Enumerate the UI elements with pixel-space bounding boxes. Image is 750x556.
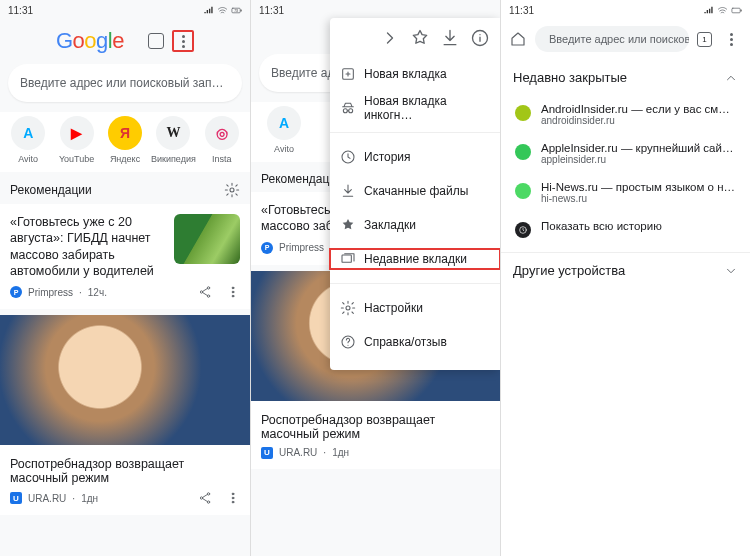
status-time: 11:31 bbox=[259, 5, 284, 16]
pane-recent-tabs: 11:31 Введите адрес или поисков 1 Недавн… bbox=[500, 0, 750, 556]
plus-square-icon bbox=[340, 66, 356, 82]
article-title: Роспотребнадзор возвращает масочный режи… bbox=[10, 457, 240, 485]
svg-rect-1 bbox=[241, 9, 242, 11]
svg-point-11 bbox=[232, 291, 234, 293]
overflow-menu-button[interactable] bbox=[720, 28, 742, 50]
source-icon: P bbox=[10, 286, 22, 298]
svg-rect-33 bbox=[732, 8, 740, 13]
article-title: «Готовьтесь уже с 20 августа»: ГИБДД нач… bbox=[10, 214, 166, 279]
info-button[interactable] bbox=[470, 28, 490, 48]
recent-tab-item[interactable]: AndroidInsider.ru — если у вас смартфо…a… bbox=[501, 95, 750, 134]
gear-icon bbox=[340, 300, 356, 316]
section-other-devices[interactable]: Другие устройства bbox=[501, 252, 750, 288]
search-input[interactable]: Введите адрес или поисковый зап… bbox=[8, 64, 242, 102]
source-icon: U bbox=[10, 492, 22, 504]
status-time: 11:31 bbox=[8, 5, 33, 16]
svg-point-12 bbox=[232, 295, 234, 297]
recent-tab-item[interactable]: AppleInsider.ru — крупнейший сайт о iP…a… bbox=[501, 134, 750, 173]
shortcut-avito[interactable]: AAvito bbox=[261, 106, 307, 154]
recent-tabs-icon bbox=[340, 251, 356, 267]
shortcut-wikipedia[interactable]: WВикипедия bbox=[149, 116, 197, 164]
shortcut-insta[interactable]: ◎Insta bbox=[198, 116, 246, 164]
recent-tab-item[interactable]: Hi-News.ru — простым языком о науке, …hi… bbox=[501, 173, 750, 212]
menu-help[interactable]: Справка/отзыв bbox=[330, 332, 500, 352]
svg-text:73: 73 bbox=[234, 8, 238, 12]
wifi-icon bbox=[217, 5, 228, 16]
menu-history[interactable]: История bbox=[330, 147, 500, 167]
show-full-history[interactable]: Показать всю историю bbox=[501, 212, 750, 246]
svg-rect-34 bbox=[741, 9, 742, 11]
svg-point-31 bbox=[346, 306, 350, 310]
chevron-down-icon bbox=[724, 264, 738, 278]
feed-article[interactable]: Роспотребнадзор возвращает масочный режи… bbox=[251, 401, 500, 469]
more-vert-icon[interactable] bbox=[226, 285, 240, 299]
menu-new-tab[interactable]: Новая вкладка bbox=[330, 64, 500, 84]
article-hero-image[interactable] bbox=[0, 315, 250, 445]
download-icon bbox=[340, 183, 356, 199]
signal-icon bbox=[703, 5, 714, 16]
home-icon[interactable] bbox=[509, 30, 527, 48]
menu-recent-tabs[interactable]: Недавние вкладки bbox=[330, 249, 500, 269]
share-icon[interactable] bbox=[198, 285, 212, 299]
google-logo-row: Google bbox=[0, 20, 250, 64]
status-bar: 11:31 bbox=[501, 0, 750, 20]
feed-article[interactable]: «Готовьтесь уже с 20 августа»: ГИБДД нач… bbox=[0, 204, 250, 309]
incognito-icon bbox=[340, 100, 356, 116]
favicon bbox=[515, 105, 531, 121]
shortcut-youtube[interactable]: ▶YouTube bbox=[52, 116, 100, 164]
help-icon bbox=[340, 334, 356, 350]
menu-downloads[interactable]: Скачанные файлы bbox=[330, 181, 500, 201]
history-icon bbox=[340, 149, 356, 165]
feed-article[interactable]: Роспотребнадзор возвращает масочный режи… bbox=[0, 445, 250, 515]
bookmark-button[interactable] bbox=[410, 28, 430, 48]
download-button[interactable] bbox=[440, 28, 460, 48]
shortcuts-row: AAvito ▶YouTube ЯЯндекс WВикипедия ◎Inst… bbox=[0, 112, 250, 172]
svg-point-27 bbox=[343, 109, 347, 113]
favicon bbox=[515, 183, 531, 199]
section-recently-closed[interactable]: Недавно закрытые bbox=[501, 60, 750, 95]
google-logo: Google bbox=[56, 28, 124, 54]
overflow-menu-button[interactable] bbox=[172, 30, 194, 52]
battery-icon bbox=[731, 5, 742, 16]
pane-chrome-home: 11:31 73 Google Введите адрес или поиско… bbox=[0, 0, 250, 556]
menu-settings[interactable]: Настройки bbox=[330, 298, 500, 318]
status-icons: 73 bbox=[203, 5, 242, 16]
history-icon bbox=[515, 222, 531, 238]
favicon bbox=[515, 144, 531, 160]
article-meta: U URA.RU·1дн bbox=[10, 491, 240, 505]
chevron-up-icon bbox=[724, 71, 738, 85]
shortcut-avito[interactable]: AAvito bbox=[4, 116, 52, 164]
article-thumb bbox=[174, 214, 240, 264]
menu-bookmarks[interactable]: Закладки bbox=[330, 215, 500, 235]
star-icon bbox=[340, 217, 356, 233]
shortcut-yandex[interactable]: ЯЯндекс bbox=[101, 116, 149, 164]
address-bar[interactable]: Введите адрес или поисков bbox=[535, 26, 689, 52]
pane-menu-open: 11:31 Введите адре AAvito Рекомендации «… bbox=[250, 0, 500, 556]
svg-point-28 bbox=[349, 109, 353, 113]
toolbar: Введите адрес или поисков 1 bbox=[501, 20, 750, 60]
wifi-icon bbox=[717, 5, 728, 16]
more-vert-icon bbox=[182, 35, 185, 48]
status-time: 11:31 bbox=[509, 5, 534, 16]
article-meta: P Primpress·12ч. bbox=[10, 285, 240, 299]
more-vert-icon[interactable] bbox=[226, 491, 240, 505]
share-icon[interactable] bbox=[198, 491, 212, 505]
article-title: Роспотребнадзор возвращает масочный режи… bbox=[261, 413, 490, 441]
battery-icon: 73 bbox=[231, 5, 242, 16]
svg-point-18 bbox=[232, 501, 234, 503]
feed-header: Рекомендации bbox=[0, 172, 250, 204]
svg-point-6 bbox=[230, 188, 234, 192]
svg-point-16 bbox=[232, 493, 234, 495]
status-bar: 11:31 bbox=[251, 0, 500, 20]
svg-point-17 bbox=[232, 497, 234, 499]
tab-switcher-button[interactable]: 1 bbox=[697, 32, 712, 47]
forward-button[interactable] bbox=[380, 28, 400, 48]
svg-point-10 bbox=[232, 287, 234, 289]
signal-icon bbox=[203, 5, 214, 16]
status-bar: 11:31 73 bbox=[0, 0, 250, 20]
gear-icon[interactable] bbox=[224, 182, 240, 198]
feed-label: Рекомендации bbox=[10, 183, 92, 197]
overflow-menu: Новая вкладка Новая вкладка инкогн… Исто… bbox=[330, 18, 500, 370]
menu-incognito[interactable]: Новая вкладка инкогн… bbox=[330, 98, 500, 118]
tab-switcher-button[interactable] bbox=[148, 33, 164, 49]
